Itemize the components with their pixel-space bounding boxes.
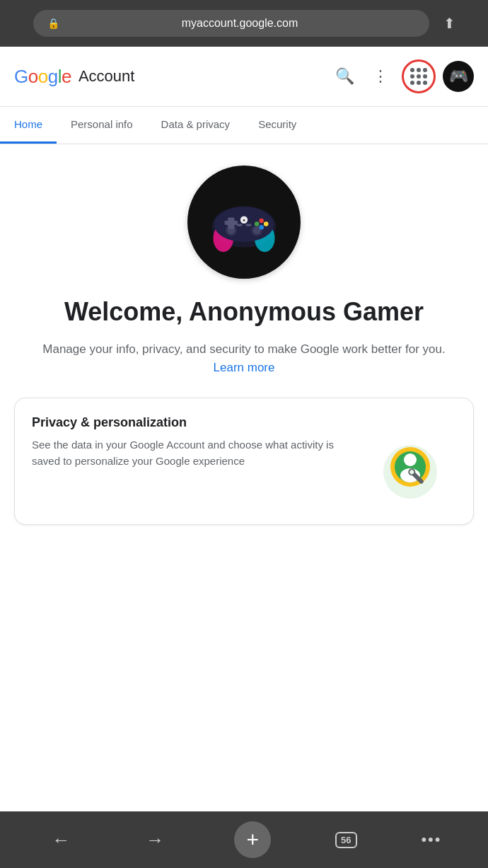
search-icon[interactable]: 🔍 [330,62,360,91]
browser-content: Google Account 🔍 ⋮ 🎮 Home Personal info [0,47,488,811]
tab-personal-info[interactable]: Personal info [57,107,147,144]
bottom-bar: ← → + 56 ••• [0,811,488,868]
grid-icon [410,68,427,85]
card-title: Privacy & personalization [32,415,353,430]
header-title: Account [79,67,135,86]
svg-rect-10 [228,218,234,229]
svg-rect-17 [237,224,243,226]
main-content: ● Welcome, Anonymous Gamer Manage your i… [0,144,488,539]
card-description: See the data in your Google Account and … [32,437,353,469]
url-bar[interactable]: 🔒 myaccount.google.com [33,10,429,37]
svg-rect-18 [246,224,252,226]
address-bar: 🔒 myaccount.google.com ⬆ [0,0,488,47]
more-options-icon[interactable]: ⋮ [367,62,395,91]
google-logo: Google [14,66,71,88]
tab-home[interactable]: Home [0,107,57,144]
svg-text:●: ● [243,218,245,222]
tab-security[interactable]: Security [244,107,310,144]
profile-avatar[interactable]: ● [187,166,301,279]
forward-button[interactable]: → [140,823,170,857]
svg-point-22 [404,453,417,466]
lock-icon: 🔒 [47,18,59,29]
header: Google Account 🔍 ⋮ 🎮 [0,47,488,107]
svg-point-12 [264,221,269,226]
svg-point-11 [259,219,264,224]
welcome-heading: Welcome, Anonymous Gamer [64,296,424,328]
nav-tabs: Home Personal info Data & privacy Securi… [0,107,488,144]
learn-more-link[interactable]: Learn more [214,361,275,374]
tab-data-privacy[interactable]: Data & privacy [147,107,245,144]
url-text[interactable]: myaccount.google.com [65,17,415,30]
google-apps-button[interactable] [402,59,436,93]
tab-count-badge[interactable]: 56 [335,832,356,848]
avatar[interactable]: 🎮 [443,61,474,92]
svg-point-13 [255,221,260,226]
more-options-button[interactable]: ••• [421,831,441,849]
back-button[interactable]: ← [46,823,76,857]
privacy-card[interactable]: Privacy & personalization See the data i… [14,398,474,525]
share-icon[interactable]: ⬆ [443,15,455,32]
card-text: Privacy & personalization See the data i… [32,415,353,469]
subtitle-text: Manage your info, privacy, and security … [42,342,445,356]
add-tab-button[interactable]: + [234,821,271,858]
card-image [364,415,456,507]
svg-point-14 [259,225,264,230]
subtitle: Manage your info, privacy, and security … [39,340,449,376]
